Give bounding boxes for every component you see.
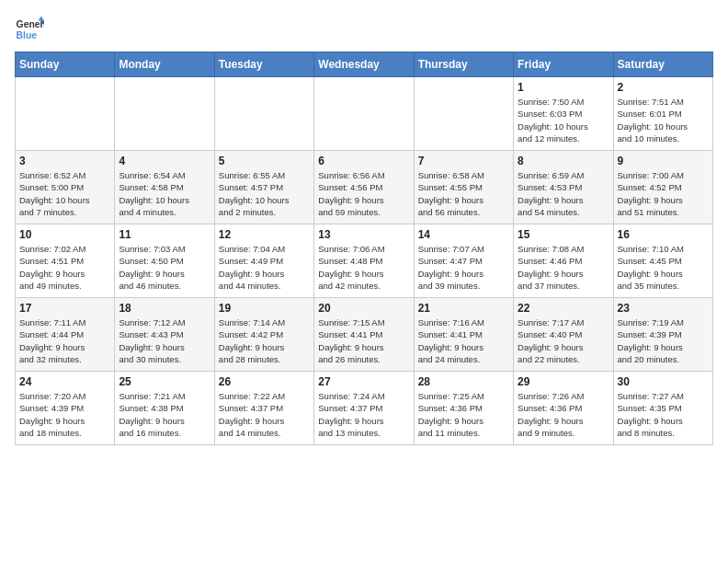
day-number: 27 xyxy=(318,375,409,388)
day-info: Sunrise: 7:00 AM Sunset: 4:52 PM Dayligh… xyxy=(618,169,709,218)
calendar-cell: 4Sunrise: 6:54 AM Sunset: 4:58 PM Daylig… xyxy=(115,151,214,224)
header: General Blue xyxy=(15,15,713,44)
day-number: 23 xyxy=(618,302,709,315)
day-number: 18 xyxy=(119,302,210,315)
week-row-4: 24Sunrise: 7:20 AM Sunset: 4:39 PM Dayli… xyxy=(16,372,713,445)
week-row-2: 10Sunrise: 7:02 AM Sunset: 4:51 PM Dayli… xyxy=(16,224,713,298)
calendar-cell: 24Sunrise: 7:20 AM Sunset: 4:39 PM Dayli… xyxy=(16,372,115,445)
day-info: Sunrise: 6:59 AM Sunset: 4:53 PM Dayligh… xyxy=(518,169,609,218)
calendar-cell: 9Sunrise: 7:00 AM Sunset: 4:52 PM Daylig… xyxy=(613,151,712,224)
day-number: 16 xyxy=(618,228,709,241)
calendar-cell: 1Sunrise: 7:50 AM Sunset: 6:03 PM Daylig… xyxy=(514,77,613,151)
calendar-cell: 5Sunrise: 6:55 AM Sunset: 4:57 PM Daylig… xyxy=(214,151,313,224)
calendar-cell: 27Sunrise: 7:24 AM Sunset: 4:37 PM Dayli… xyxy=(314,372,414,445)
svg-text:Blue: Blue xyxy=(17,30,38,40)
calendar-cell: 11Sunrise: 7:03 AM Sunset: 4:50 PM Dayli… xyxy=(115,224,214,298)
weekday-header-friday: Friday xyxy=(514,52,613,77)
day-number: 10 xyxy=(19,228,110,241)
day-info: Sunrise: 7:24 AM Sunset: 4:37 PM Dayligh… xyxy=(318,390,409,439)
day-info: Sunrise: 7:03 AM Sunset: 4:50 PM Dayligh… xyxy=(119,243,210,292)
calendar-cell xyxy=(115,77,214,151)
week-row-1: 3Sunrise: 6:52 AM Sunset: 5:00 PM Daylig… xyxy=(16,151,713,224)
day-number: 28 xyxy=(418,375,509,388)
day-number: 14 xyxy=(418,228,509,241)
weekday-header-row: SundayMondayTuesdayWednesdayThursdayFrid… xyxy=(16,52,713,77)
day-info: Sunrise: 7:19 AM Sunset: 4:39 PM Dayligh… xyxy=(618,316,709,365)
calendar-cell: 12Sunrise: 7:04 AM Sunset: 4:49 PM Dayli… xyxy=(214,224,313,298)
calendar-cell xyxy=(314,77,414,151)
day-number: 1 xyxy=(518,81,609,94)
calendar-cell: 10Sunrise: 7:02 AM Sunset: 4:51 PM Dayli… xyxy=(16,224,115,298)
day-info: Sunrise: 7:12 AM Sunset: 4:43 PM Dayligh… xyxy=(119,316,210,365)
calendar-cell xyxy=(214,77,313,151)
weekday-header-monday: Monday xyxy=(115,52,214,77)
calendar-cell: 3Sunrise: 6:52 AM Sunset: 5:00 PM Daylig… xyxy=(16,151,115,224)
day-info: Sunrise: 6:54 AM Sunset: 4:58 PM Dayligh… xyxy=(119,169,210,218)
day-info: Sunrise: 7:16 AM Sunset: 4:41 PM Dayligh… xyxy=(418,316,509,365)
day-number: 5 xyxy=(219,155,310,167)
calendar-cell: 14Sunrise: 7:07 AM Sunset: 4:47 PM Dayli… xyxy=(414,224,513,298)
calendar-cell: 18Sunrise: 7:12 AM Sunset: 4:43 PM Dayli… xyxy=(115,298,214,372)
day-number: 8 xyxy=(518,155,609,167)
day-info: Sunrise: 6:55 AM Sunset: 4:57 PM Dayligh… xyxy=(219,169,310,218)
day-info: Sunrise: 7:10 AM Sunset: 4:45 PM Dayligh… xyxy=(618,243,709,292)
calendar-cell: 29Sunrise: 7:26 AM Sunset: 4:36 PM Dayli… xyxy=(514,372,613,445)
day-number: 20 xyxy=(318,302,409,315)
week-row-0: 1Sunrise: 7:50 AM Sunset: 6:03 PM Daylig… xyxy=(16,77,713,151)
day-info: Sunrise: 7:15 AM Sunset: 4:41 PM Dayligh… xyxy=(318,316,409,365)
calendar-cell: 6Sunrise: 6:56 AM Sunset: 4:56 PM Daylig… xyxy=(314,151,414,224)
calendar-table: SundayMondayTuesdayWednesdayThursdayFrid… xyxy=(15,52,713,445)
calendar-cell: 19Sunrise: 7:14 AM Sunset: 4:42 PM Dayli… xyxy=(214,298,313,372)
day-number: 29 xyxy=(518,375,609,388)
day-number: 11 xyxy=(119,228,210,241)
calendar-cell: 17Sunrise: 7:11 AM Sunset: 4:44 PM Dayli… xyxy=(16,298,115,372)
day-info: Sunrise: 6:56 AM Sunset: 4:56 PM Dayligh… xyxy=(318,169,409,218)
day-number: 12 xyxy=(219,228,310,241)
day-info: Sunrise: 7:11 AM Sunset: 4:44 PM Dayligh… xyxy=(19,316,110,365)
day-number: 19 xyxy=(219,302,310,315)
calendar-cell: 20Sunrise: 7:15 AM Sunset: 4:41 PM Dayli… xyxy=(314,298,414,372)
day-info: Sunrise: 7:04 AM Sunset: 4:49 PM Dayligh… xyxy=(219,243,310,292)
logo-icon: General Blue xyxy=(15,15,44,44)
day-info: Sunrise: 7:08 AM Sunset: 4:46 PM Dayligh… xyxy=(518,243,609,292)
day-info: Sunrise: 7:06 AM Sunset: 4:48 PM Dayligh… xyxy=(318,243,409,292)
day-info: Sunrise: 6:52 AM Sunset: 5:00 PM Dayligh… xyxy=(19,169,110,218)
svg-marker-2 xyxy=(39,17,44,21)
weekday-header-tuesday: Tuesday xyxy=(214,52,313,77)
day-info: Sunrise: 7:22 AM Sunset: 4:37 PM Dayligh… xyxy=(219,390,310,439)
day-info: Sunrise: 7:51 AM Sunset: 6:01 PM Dayligh… xyxy=(618,96,709,144)
day-number: 9 xyxy=(618,155,709,167)
calendar-cell: 13Sunrise: 7:06 AM Sunset: 4:48 PM Dayli… xyxy=(314,224,414,298)
weekday-header-wednesday: Wednesday xyxy=(314,52,414,77)
calendar-cell xyxy=(414,77,513,151)
day-info: Sunrise: 6:58 AM Sunset: 4:55 PM Dayligh… xyxy=(418,169,509,218)
day-number: 22 xyxy=(518,302,609,315)
page-container: General Blue SundayMondayTuesdayWednesda… xyxy=(15,15,713,445)
day-info: Sunrise: 7:25 AM Sunset: 4:36 PM Dayligh… xyxy=(418,390,509,439)
day-number: 25 xyxy=(119,375,210,388)
calendar-cell: 26Sunrise: 7:22 AM Sunset: 4:37 PM Dayli… xyxy=(214,372,313,445)
day-number: 15 xyxy=(518,228,609,241)
day-info: Sunrise: 7:02 AM Sunset: 4:51 PM Dayligh… xyxy=(19,243,110,292)
day-number: 26 xyxy=(219,375,310,388)
logo: General Blue xyxy=(15,15,44,44)
svg-text:General: General xyxy=(17,19,44,29)
day-number: 3 xyxy=(19,155,110,167)
calendar-cell: 21Sunrise: 7:16 AM Sunset: 4:41 PM Dayli… xyxy=(414,298,513,372)
calendar-cell: 22Sunrise: 7:17 AM Sunset: 4:40 PM Dayli… xyxy=(514,298,613,372)
week-row-3: 17Sunrise: 7:11 AM Sunset: 4:44 PM Dayli… xyxy=(16,298,713,372)
calendar-cell: 30Sunrise: 7:27 AM Sunset: 4:35 PM Dayli… xyxy=(613,372,712,445)
weekday-header-saturday: Saturday xyxy=(613,52,712,77)
day-number: 6 xyxy=(318,155,409,167)
weekday-header-thursday: Thursday xyxy=(414,52,513,77)
day-info: Sunrise: 7:20 AM Sunset: 4:39 PM Dayligh… xyxy=(19,390,110,439)
day-number: 30 xyxy=(618,375,709,388)
day-info: Sunrise: 7:21 AM Sunset: 4:38 PM Dayligh… xyxy=(119,390,210,439)
day-info: Sunrise: 7:07 AM Sunset: 4:47 PM Dayligh… xyxy=(418,243,509,292)
calendar-cell: 25Sunrise: 7:21 AM Sunset: 4:38 PM Dayli… xyxy=(115,372,214,445)
day-info: Sunrise: 7:17 AM Sunset: 4:40 PM Dayligh… xyxy=(518,316,609,365)
day-info: Sunrise: 7:27 AM Sunset: 4:35 PM Dayligh… xyxy=(618,390,709,439)
day-number: 13 xyxy=(318,228,409,241)
calendar-cell: 16Sunrise: 7:10 AM Sunset: 4:45 PM Dayli… xyxy=(613,224,712,298)
calendar-cell xyxy=(16,77,115,151)
